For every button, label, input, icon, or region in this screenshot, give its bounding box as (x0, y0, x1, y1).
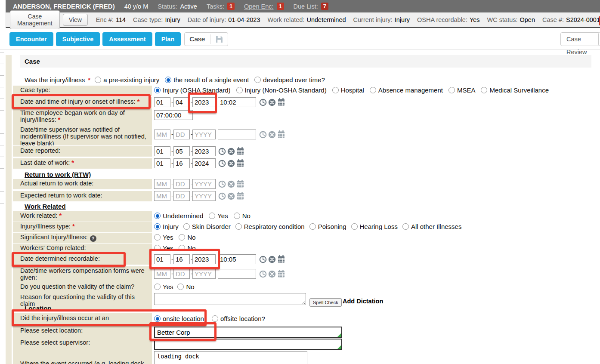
radio-icon[interactable] (154, 234, 161, 241)
radio-skin-disorder[interactable]: Skin Disorder (183, 223, 231, 230)
day-input[interactable] (173, 130, 190, 139)
month-input[interactable] (154, 146, 170, 156)
calendar-icon[interactable] (236, 192, 244, 200)
year-input[interactable] (192, 158, 216, 168)
radio-all-other[interactable]: All other Illnesses (402, 223, 462, 230)
month-input[interactable] (154, 158, 170, 168)
injury-time-input[interactable] (218, 97, 256, 107)
clear-icon[interactable] (268, 256, 276, 263)
spell-check-button[interactable]: Spell Check (309, 298, 342, 307)
radio-icon[interactable] (179, 234, 185, 241)
time-began-input[interactable] (154, 110, 193, 120)
radio-icon[interactable] (179, 245, 185, 251)
radio-no[interactable]: No (177, 283, 194, 290)
recordable-month-input[interactable] (154, 254, 170, 264)
day-input[interactable] (173, 158, 190, 168)
radio-hearing-loss[interactable]: Hearing Loss (351, 223, 398, 230)
month-input[interactable] (154, 179, 170, 189)
radio-onsite[interactable]: onsite location (154, 315, 204, 322)
month-input[interactable] (154, 269, 170, 279)
radio-icon[interactable] (481, 87, 487, 93)
radio-hospital[interactable]: Hospital (332, 86, 364, 94)
year-input[interactable] (192, 191, 216, 201)
day-input[interactable] (173, 146, 190, 156)
injury-day-input[interactable] (173, 97, 190, 107)
radio-yes[interactable]: Yes (154, 283, 173, 290)
radio-selected-icon[interactable] (154, 213, 161, 219)
radio-icon[interactable] (351, 223, 358, 230)
radio-icon[interactable] (448, 87, 455, 93)
location-input[interactable] (154, 327, 342, 338)
radio-undetermined[interactable]: Undetermined (154, 212, 203, 219)
radio-poisoning[interactable]: Poisoning (309, 223, 346, 230)
year-input[interactable] (192, 179, 216, 189)
radio-injury[interactable]: Injury (154, 223, 179, 230)
tab-case[interactable]: Case (184, 32, 228, 46)
radio-single-event[interactable]: the result of a single event (165, 76, 249, 83)
radio-icon[interactable] (234, 213, 240, 219)
tab-assessment[interactable]: Assessment (102, 32, 152, 46)
radio-selected-icon[interactable] (165, 77, 171, 83)
calendar-icon[interactable] (236, 159, 244, 167)
clear-icon[interactable] (227, 180, 235, 188)
add-dictation-link[interactable]: Add Dictation (343, 298, 383, 305)
clear-icon[interactable] (268, 270, 276, 278)
recordable-time-input[interactable] (218, 254, 256, 264)
radio-injury-non-osha[interactable]: Injury (Non-OSHA Standard) (236, 86, 327, 94)
injury-month-input[interactable] (154, 97, 170, 107)
radio-yes[interactable]: Yes (154, 244, 173, 252)
radio-icon[interactable] (254, 77, 261, 83)
calendar-icon[interactable] (277, 255, 285, 263)
radio-icon[interactable] (209, 213, 215, 219)
radio-selected-icon[interactable] (154, 87, 161, 93)
tab-plan[interactable]: Plan (155, 32, 181, 46)
case-management-button[interactable]: Case Management (10, 10, 60, 29)
clock-icon[interactable] (218, 160, 226, 167)
calendar-icon[interactable] (277, 98, 285, 106)
clock-icon[interactable] (218, 180, 226, 188)
radio-icon[interactable] (332, 87, 339, 93)
radio-icon[interactable] (212, 315, 218, 322)
day-input[interactable] (173, 191, 190, 201)
radio-medical-surveillance[interactable]: Medical Surveillance (481, 86, 549, 94)
clock-icon[interactable] (259, 131, 267, 139)
clear-icon[interactable] (227, 160, 235, 167)
tasks-badge[interactable]: 1 (227, 3, 235, 10)
month-input[interactable] (154, 130, 170, 139)
clear-icon[interactable] (227, 148, 235, 155)
year-input[interactable] (192, 146, 216, 156)
month-input[interactable] (154, 191, 170, 201)
clipped-button[interactable] (598, 32, 600, 46)
radio-icon[interactable] (402, 223, 409, 230)
save-icon[interactable] (216, 36, 223, 43)
radio-injury-osha[interactable]: Injury (OSHA Standard) (154, 86, 231, 94)
clock-icon[interactable] (218, 148, 226, 155)
calendar-icon[interactable] (277, 130, 285, 139)
radio-msea[interactable]: MSEA (448, 86, 476, 94)
day-input[interactable] (173, 179, 190, 189)
clear-icon[interactable] (268, 99, 276, 106)
radio-icon[interactable] (370, 87, 376, 93)
calendar-icon[interactable] (277, 270, 285, 278)
radio-icon[interactable] (183, 223, 190, 230)
recordable-year-input[interactable] (192, 254, 216, 264)
supervisor-input[interactable] (154, 339, 342, 350)
radio-icon[interactable] (154, 245, 161, 251)
radio-selected-icon[interactable] (154, 223, 161, 230)
calendar-icon[interactable] (236, 147, 244, 155)
clock-icon[interactable] (259, 99, 267, 106)
clock-icon[interactable] (259, 270, 267, 278)
day-input[interactable] (173, 269, 190, 279)
radio-icon[interactable] (235, 223, 242, 230)
time-input[interactable] (218, 269, 256, 279)
radio-icon[interactable] (309, 223, 316, 230)
calendar-icon[interactable] (236, 180, 244, 188)
year-input[interactable] (192, 269, 216, 279)
radio-selected-icon[interactable] (154, 315, 161, 322)
radio-no[interactable]: No (179, 244, 195, 252)
radio-offsite[interactable]: offsite location? (212, 315, 265, 322)
radio-icon[interactable] (236, 87, 243, 93)
time-input[interactable] (218, 130, 256, 139)
radio-yes[interactable]: Yes (154, 234, 173, 241)
radio-respiratory[interactable]: Respiratory condition (235, 223, 305, 230)
